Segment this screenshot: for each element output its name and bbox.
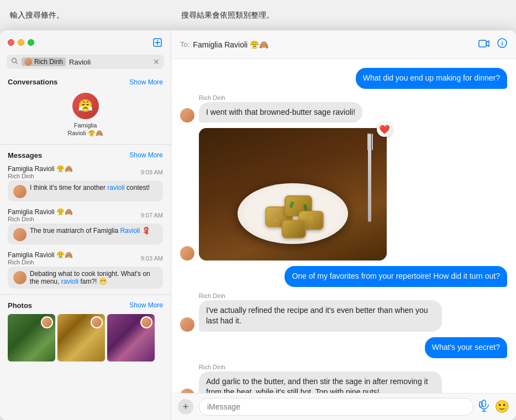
message-bubble-received: Add garlic to the butter, and then stir … <box>199 371 442 393</box>
message-bubble: The true matriarch of Famiglia Ravioli 🧣 <box>8 224 163 244</box>
app-window: Rich Dinh Ravioli ✕ Conversations Show M… <box>0 30 516 420</box>
chat-panel: To: Famiglia Ravioli 😤🙈 <box>171 30 516 420</box>
message-item-header: Famiglia Ravioli 😤🙈 Rich Dinh 9:09 AM <box>8 165 163 179</box>
message-group-name: Famiglia Ravioli 😤🙈 <box>8 165 73 173</box>
search-token-avatar <box>24 58 32 66</box>
sidebar: Rich Dinh Ravioli ✕ Conversations Show M… <box>0 30 171 420</box>
message-item-names: Famiglia Ravioli 😤🙈 Rich Dinh <box>8 251 73 265</box>
info-icon[interactable] <box>497 38 507 51</box>
message-row-sent-2: One of my favorites from your repertoire… <box>180 266 507 287</box>
add-attachment-button[interactable]: + <box>178 399 193 414</box>
message-sender-label: Rich Dinh <box>180 94 225 101</box>
photo-avatar-overlay-1 <box>41 316 53 328</box>
chat-recipient: Famiglia Ravioli 😤🙈 <box>193 40 478 49</box>
message-group-name: Famiglia Ravioli 😤🙈 <box>8 251 73 259</box>
search-input-text: Ravioli <box>69 58 150 66</box>
message-content: I went with that browned-butter sage rav… <box>180 102 362 123</box>
photo-avatar-overlay-3 <box>140 316 152 328</box>
chat-header-icons <box>478 38 507 51</box>
message-item-names: Famiglia Ravioli 😤🙈 Rich Dinh <box>8 165 73 179</box>
message-row-received-1: Rich Dinh I went with that browned-butte… <box>180 94 507 123</box>
photo-thumb-1[interactable] <box>8 314 55 361</box>
message-sender-name: Rich Dinh <box>8 259 73 265</box>
message-time: 9:07 AM <box>141 212 163 219</box>
messages-section-title: Messages <box>8 151 42 160</box>
message-avatar <box>180 389 194 393</box>
search-bar[interactable]: Rich Dinh Ravioli ✕ <box>7 55 164 69</box>
message-content: One of my favorites from your repertoire… <box>285 266 507 287</box>
message-sender-label: Rich Dinh <box>180 364 225 370</box>
message-item-header: Famiglia Ravioli 😤🙈 Rich Dinh 9:03 AM <box>8 251 163 265</box>
message-content: What's your secret? <box>425 337 507 358</box>
message-row-sent-3: What's your secret? <box>180 337 507 358</box>
video-call-icon[interactable] <box>478 39 489 50</box>
message-bubble: Debating what to cook tonight. What's on… <box>8 267 163 289</box>
chat-input-bar: + 🙂 <box>171 393 516 420</box>
conversation-avatar: 😤 <box>72 93 99 119</box>
message-item-header: Famiglia Ravioli 😤🙈 Rich Dinh 9:07 AM <box>8 208 163 222</box>
photo-thumb-3[interactable] <box>107 314 155 361</box>
search-token-label: Rich Dinh <box>34 58 63 66</box>
message-avatar <box>180 108 194 123</box>
message-bubble: I think it's time for another ravioli co… <box>8 180 163 201</box>
photos-section-header: Photos Show More <box>0 297 171 312</box>
conversations-section-header: Conversations Show More <box>0 73 171 88</box>
heart-reaction: ❤️ <box>377 121 392 137</box>
sidebar-content: Conversations Show More 😤 FamigliaRaviol… <box>0 73 171 420</box>
chat-header: To: Famiglia Ravioli 😤🙈 <box>171 30 516 59</box>
photos-show-more-button[interactable]: Show More <box>129 301 163 309</box>
ravioli-photo <box>199 128 387 260</box>
message-bubble-sent: What did you end up making for dinner? <box>356 68 507 89</box>
conversations-section-title: Conversations <box>8 78 57 86</box>
message-content: Add garlic to the butter, and then stir … <box>180 371 442 393</box>
annotation-left: 輸入搜尋條件。 <box>0 6 171 25</box>
message-item[interactable]: Famiglia Ravioli 😤🙈 Rich Dinh 9:07 AM Th… <box>0 205 171 248</box>
message-group-name: Famiglia Ravioli 😤🙈 <box>8 208 73 216</box>
chat-messages: What did you end up making for dinner? R… <box>171 59 516 393</box>
message-item[interactable]: Famiglia Ravioli 😤🙈 Rich Dinh 9:03 AM De… <box>0 248 171 292</box>
svg-rect-2 <box>479 40 486 47</box>
message-row-sent-1: What did you end up making for dinner? <box>180 68 507 89</box>
photo-avatar-overlay-2 <box>91 316 103 328</box>
traffic-lights <box>8 39 34 46</box>
fork-tine-2 <box>370 134 371 150</box>
conversations-show-more-button[interactable]: Show More <box>129 78 163 86</box>
svg-point-4 <box>502 41 503 42</box>
message-bubble-received: I've actually refined the recipe and it'… <box>199 300 442 332</box>
message-sender-name: Rich Dinh <box>8 173 73 179</box>
ravioli-photo-message[interactable]: ❤️ <box>199 128 387 260</box>
message-sender-label: Rich Dinh <box>180 293 225 299</box>
photo-thumb-2[interactable] <box>57 314 105 361</box>
section-divider-1 <box>0 144 171 145</box>
minimize-button[interactable] <box>18 39 24 46</box>
svg-rect-8 <box>482 400 486 407</box>
compose-icon[interactable] <box>152 37 163 48</box>
annotation-right: 搜尋結果會依照類別整理。 <box>171 6 516 25</box>
chat-to-label: To: <box>180 40 189 49</box>
message-avatar <box>13 185 27 198</box>
fork-tine-3 <box>367 134 368 150</box>
conversation-item[interactable]: 😤 FamigliaRavioli 😤🙈 <box>0 88 171 142</box>
message-avatar <box>13 228 27 241</box>
messages-show-more-button[interactable]: Show More <box>129 151 163 159</box>
search-token: Rich Dinh <box>22 57 66 66</box>
photos-section-title: Photos <box>8 301 32 310</box>
close-button[interactable] <box>8 39 14 46</box>
search-clear-icon[interactable]: ✕ <box>153 57 160 66</box>
emoji-icon[interactable]: 🙂 <box>494 400 509 414</box>
maximize-button[interactable] <box>28 39 34 46</box>
message-input[interactable] <box>199 398 473 416</box>
message-item[interactable]: Famiglia Ravioli 😤🙈 Rich Dinh 9:09 AM I … <box>0 162 171 205</box>
message-bubble-received: I went with that browned-butter sage rav… <box>199 102 362 123</box>
message-item-names: Famiglia Ravioli 😤🙈 Rich Dinh <box>8 208 73 222</box>
annotation-bar: 輸入搜尋條件。 搜尋結果會依照類別整理。 <box>0 0 516 30</box>
message-row-received-2: Rich Dinh I've actually refined the reci… <box>180 293 507 332</box>
messages-section-header: Messages Show More <box>0 147 171 162</box>
message-row-photo: ❤️ <box>180 128 507 260</box>
message-avatar <box>180 317 194 332</box>
message-preview: Debating what to cook tonight. What's on… <box>30 270 157 285</box>
message-bubble-sent: One of my favorites from your repertoire… <box>285 266 507 287</box>
search-icon <box>11 57 18 66</box>
audio-input-icon[interactable] <box>479 400 489 414</box>
ravioli-piece-4 <box>282 220 306 238</box>
